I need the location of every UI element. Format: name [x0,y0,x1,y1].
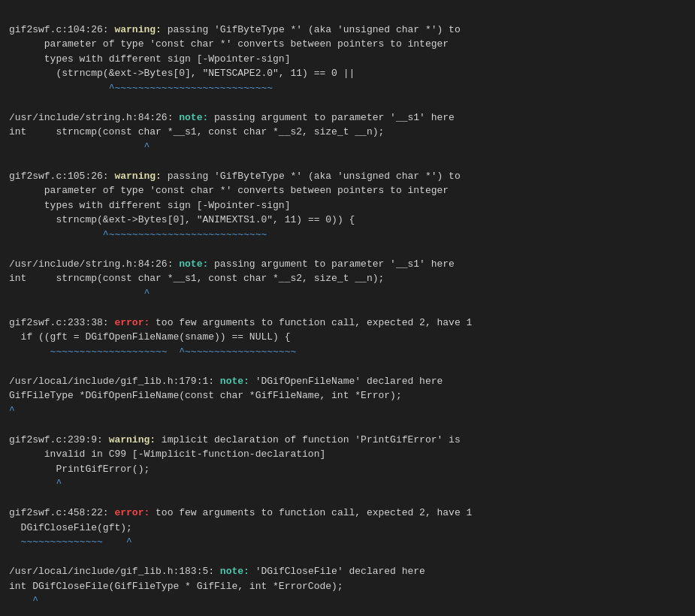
terminal-line: int strncmp(const char *__s1, const char… [9,271,686,286]
terminal-text: warning: [114,24,161,35]
terminal-text: note: [220,376,249,387]
terminal-text: passing 'GifByteType *' (aka 'unsigned c… [162,171,461,182]
terminal-line: parameter of type 'const char *' convert… [9,37,686,52]
terminal-line: gif2swf.c:104:26: warning: passing 'GifB… [9,23,686,38]
terminal-text: note: [179,112,208,123]
terminal-line: int DGifCloseFile(GifFileType * GifFile,… [9,579,686,594]
terminal-text: types with different sign [-Wpointer-sig… [9,200,290,211]
terminal-text: gif2swf.c:233:38: [9,317,114,328]
terminal-text: parameter of type 'const char *' convert… [9,185,449,196]
terminal-text: /usr/include/string.h:84:26: [9,258,179,270]
terminal-text: ^ [9,288,150,299]
terminal-text: ~~~~~~~~~~~~~~ ^ [9,536,132,548]
terminal-text: ^~~~~~~~~~~~~~~~~~~~~~~~~~~~ [9,83,273,94]
terminal-line: strncmp(&ext->Bytes[0], "ANIMEXTS1.0", 1… [9,213,686,228]
terminal-text: ^ [9,595,38,606]
terminal-line [9,491,686,506]
terminal-text: 'DGifOpenFileName' declared here [249,376,443,387]
terminal-text: implicit declaration of function 'PrintG… [156,434,461,445]
terminal-text: int DGifCloseFile(GifFileType * GifFile,… [9,581,343,592]
terminal-line: gif2swf.c:458:22: error: too few argumen… [9,506,686,521]
terminal-text: error: [114,317,150,328]
terminal-line: /usr/local/include/gif_lib.h:179:1: note… [9,374,686,389]
terminal-line [9,95,686,110]
terminal-line: ^ [9,593,686,608]
terminal-line: gif2swf.c:239:9: warning: implicit decla… [9,433,686,448]
terminal-text: too few arguments to function call, expe… [150,317,472,328]
terminal-line: GifFileType *DGifOpenFileName(const char… [9,388,686,403]
terminal-line: if ((gft = DGifOpenFileName(sname)) == N… [9,330,686,345]
terminal-line [9,359,686,374]
terminal-text: /usr/local/include/gif_lib.h:183:5: [9,566,220,577]
terminal-output: gif2swf.c:104:26: warning: passing 'GifB… [0,0,695,616]
terminal-line: /usr/include/string.h:84:26: note: passi… [9,257,686,272]
terminal-text: /usr/local/include/gif_lib.h:179:1: [9,376,220,387]
terminal-text: GifFileType *DGifOpenFileName(const char… [9,390,402,401]
terminal-line: /usr/local/include/gif_lib.h:183:5: note… [9,564,686,579]
terminal-text: (strncmp(&ext->Bytes[0], "NETSCAPE2.0", … [9,68,355,79]
terminal-line: ~~~~~~~~~~~~~~~~~~~~ ^~~~~~~~~~~~~~~~~~~… [9,345,686,360]
terminal-line: parameter of type 'const char *' convert… [9,183,686,198]
terminal-text: gif2swf.c:105:26: [9,171,114,182]
terminal-line: (strncmp(&ext->Bytes[0], "NETSCAPE2.0", … [9,66,686,81]
terminal-text: gif2swf.c:104:26: [9,24,114,35]
terminal-text: 'DGifCloseFile' declared here [249,566,425,577]
terminal-line: gif2swf.c:233:38: error: too few argumen… [9,316,686,331]
terminal-line [9,550,686,565]
terminal-text: types with different sign [-Wpointer-sig… [9,53,290,65]
terminal-text: int strncmp(const char *__s1, const char… [9,273,384,284]
terminal-text: passing argument to parameter '__s1' her… [208,112,455,123]
terminal-line: types with different sign [-Wpointer-sig… [9,198,686,213]
terminal-text: ~~~~~~~~~~~~~~~~~~~~ ^~~~~~~~~~~~~~~~~~~… [9,346,296,358]
terminal-text: passing 'GifByteType *' (aka 'unsigned c… [162,24,461,35]
terminal-line: ^ [9,140,686,155]
terminal-line [9,608,686,617]
terminal-text: /usr/include/string.h:84:26: [9,112,179,123]
terminal-line: /usr/include/string.h:84:26: note: passi… [9,110,686,125]
terminal-line: ^ [9,403,686,418]
terminal-text: warning: [109,434,156,445]
terminal-text: invalid in C99 [-Wimplicit-function-decl… [9,448,325,460]
terminal-text: int strncmp(const char *__s1, const char… [9,126,384,137]
terminal-line: gif2swf.c:105:26: warning: passing 'GifB… [9,169,686,184]
terminal-line: int strncmp(const char *__s1, const char… [9,125,686,140]
terminal-text: ^ [9,141,150,152]
terminal-text: PrintGifError(); [9,464,150,475]
terminal-line: DGifCloseFile(gft); [9,521,686,536]
terminal-text: ^~~~~~~~~~~~~~~~~~~~~~~~~~~~ [9,229,267,240]
terminal-line [9,154,686,169]
terminal-text: DGifCloseFile(gft); [9,522,132,533]
terminal-line: PrintGifError(); [9,462,686,477]
terminal-text: note: [179,258,208,270]
terminal-line: ~~~~~~~~~~~~~~ ^ [9,535,686,550]
terminal-line: ^~~~~~~~~~~~~~~~~~~~~~~~~~~~ [9,228,686,243]
terminal-line: ^ [9,286,686,301]
terminal-line: ^ [9,476,686,491]
terminal-text: error: [114,507,150,518]
terminal-text: ^ [9,405,15,416]
terminal-text: strncmp(&ext->Bytes[0], "ANIMEXTS1.0", 1… [9,214,355,225]
terminal-line: invalid in C99 [-Wimplicit-function-decl… [9,447,686,462]
terminal-line [9,300,686,316]
terminal-text: gif2swf.c:458:22: [9,507,114,518]
terminal-text: parameter of type 'const char *' convert… [9,38,449,50]
terminal-line: ^~~~~~~~~~~~~~~~~~~~~~~~~~~~ [9,81,686,96]
terminal-text: too few arguments to function call, expe… [150,507,472,518]
terminal-text: gif2swf.c:239:9: [9,434,109,445]
terminal-line: types with different sign [-Wpointer-sig… [9,52,686,67]
terminal-line [9,242,686,257]
terminal-text: ^ [9,478,62,489]
terminal-text: note: [220,566,249,577]
terminal-line [9,418,686,433]
terminal-text: passing argument to parameter '__s1' her… [208,258,455,270]
terminal-text: if ((gft = DGifOpenFileName(sname)) == N… [9,331,290,343]
terminal-text: warning: [114,171,161,182]
